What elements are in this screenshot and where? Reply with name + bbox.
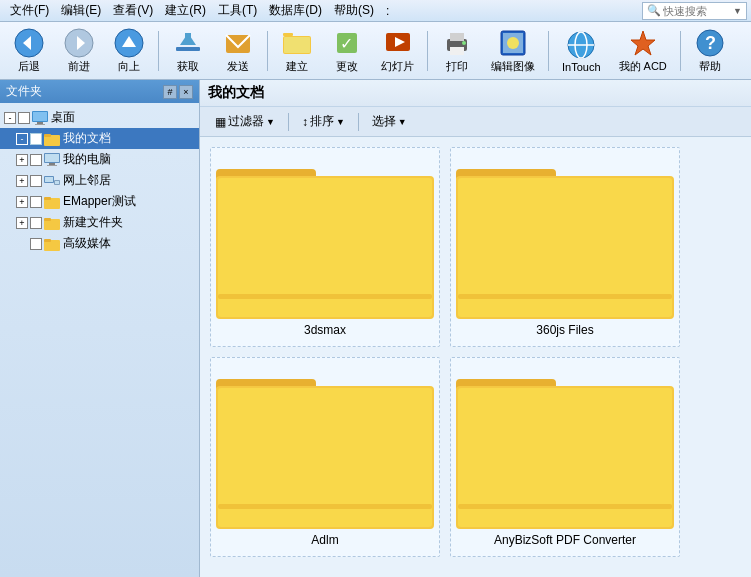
folder-anybizsoft[interactable]: AnyBizSoft PDF Converter [450, 357, 680, 557]
tree-toggle-mydocs[interactable]: - [16, 133, 28, 145]
folder-grid: 3dsmax 360js Files [200, 137, 751, 577]
menu-build[interactable]: 建立(R) [159, 0, 212, 21]
tree-checkbox-emapper[interactable] [30, 196, 42, 208]
filter-button[interactable]: ▦ 过滤器 ▼ [208, 110, 282, 133]
svg-rect-43 [55, 181, 59, 184]
tree-toggle-newfolder[interactable]: + [16, 217, 28, 229]
menu-bar: 文件(F) 编辑(E) 查看(V) 建立(R) 工具(T) 数据库(D) 帮助(… [0, 0, 751, 22]
up-label: 向上 [118, 59, 140, 74]
menu-file[interactable]: 文件(F) [4, 0, 55, 21]
help-label: 帮助 [699, 59, 721, 74]
svg-rect-65 [458, 504, 672, 509]
tree-checkbox-mypc[interactable] [30, 154, 42, 166]
mypc-label: 我的电脑 [63, 151, 111, 168]
svg-rect-39 [47, 165, 57, 166]
svg-point-23 [507, 37, 519, 49]
svg-rect-57 [458, 294, 672, 299]
svg-rect-41 [45, 177, 53, 182]
tree-checkbox-network[interactable] [30, 175, 42, 187]
svg-rect-49 [44, 239, 51, 242]
back-icon [13, 27, 45, 59]
folder-3dsmax[interactable]: 3dsmax [210, 147, 440, 347]
modify-button[interactable]: ✓ 更改 [324, 23, 370, 78]
border-label: 编辑图像 [491, 59, 535, 74]
slideshow-icon [382, 27, 414, 59]
tree-toggle-emapper[interactable]: + [16, 196, 28, 208]
broadband-icon [44, 236, 60, 252]
tree-checkbox-broadband[interactable] [30, 238, 42, 250]
tree-checkbox-desktop[interactable] [18, 112, 30, 124]
sort-dropdown[interactable]: ▼ [336, 117, 345, 127]
sort-label: 排序 [310, 113, 334, 130]
help-button[interactable]: ? 帮助 [687, 23, 733, 78]
menu-db[interactable]: 数据库(D) [263, 0, 328, 21]
build-icon [281, 27, 313, 59]
mydocs-label: 我的文档 [63, 130, 111, 147]
intouch-icon [565, 29, 597, 61]
sidebar-close-button[interactable]: × [179, 85, 193, 99]
sidebar-item-network[interactable]: + 网上邻居 [0, 170, 199, 191]
build-button[interactable]: 建立 [274, 23, 320, 78]
toolbar: 后退 前进 向上 获取 [0, 22, 751, 80]
print-icon [441, 27, 473, 59]
emapper-icon [44, 194, 60, 210]
up-button[interactable]: 向上 [106, 23, 152, 78]
sidebar-pin-button[interactable]: # [163, 85, 177, 99]
sidebar-item-mydocs[interactable]: - 我的文档 [0, 128, 199, 149]
filter-dropdown[interactable]: ▼ [266, 117, 275, 127]
svg-rect-38 [49, 163, 55, 165]
svg-point-20 [462, 41, 466, 45]
menu-help[interactable]: 帮助(S) [328, 0, 380, 21]
back-label: 后退 [18, 59, 40, 74]
send-button[interactable]: 发送 [215, 23, 261, 78]
acd-button[interactable]: 我的 ACD [612, 23, 674, 78]
sidebar-title: 文件夹 [6, 83, 42, 100]
border-button[interactable]: 编辑图像 [484, 23, 542, 78]
sort-button[interactable]: ↕ 排序 ▼ [295, 110, 352, 133]
network-icon [44, 173, 60, 189]
toolbar-sep-3 [427, 31, 428, 71]
broadband-label: 高级媒体 [63, 235, 111, 252]
folder-360js-icon [456, 154, 674, 319]
menu-tools[interactable]: 工具(T) [212, 0, 263, 21]
send-label: 发送 [227, 59, 249, 74]
tree-checkbox-mydocs[interactable] [30, 133, 42, 145]
svg-rect-53 [218, 294, 432, 299]
acd-label: 我的 ACD [619, 59, 667, 74]
svg-text:✓: ✓ [340, 35, 353, 52]
forward-button[interactable]: 前进 [56, 23, 102, 78]
get-button[interactable]: 获取 [165, 23, 211, 78]
menu-more[interactable]: : [380, 2, 395, 20]
search-dropdown-icon[interactable]: ▼ [733, 6, 742, 16]
folder-adlm[interactable]: Adlm [210, 357, 440, 557]
svg-marker-27 [631, 31, 655, 55]
tree-toggle-desktop[interactable]: - [4, 112, 16, 124]
tree-toggle-network[interactable]: + [16, 175, 28, 187]
folder-360js[interactable]: 360js Files [450, 147, 680, 347]
search-box: 🔍 ▼ [642, 2, 747, 20]
select-dropdown[interactable]: ▼ [398, 117, 407, 127]
newfolder-label: 新建文件夹 [63, 214, 123, 231]
content-sep-1 [288, 113, 289, 131]
intouch-label: InTouch [562, 61, 601, 73]
sidebar-item-emapper[interactable]: + EMapper测试 [0, 191, 199, 212]
acd-icon [627, 27, 659, 59]
back-button[interactable]: 后退 [6, 23, 52, 78]
menu-view[interactable]: 查看(V) [107, 0, 159, 21]
content-area: 我的文档 ▦ 过滤器 ▼ ↕ 排序 ▼ 选择 ▼ [200, 80, 751, 577]
modify-icon: ✓ [331, 27, 363, 59]
sidebar-item-mypc[interactable]: + 我的电脑 [0, 149, 199, 170]
content-title-text: 我的文档 [208, 84, 264, 100]
intouch-button[interactable]: InTouch [555, 25, 608, 77]
search-input[interactable] [663, 5, 733, 17]
sidebar-item-desktop[interactable]: - 桌面 [0, 107, 199, 128]
print-button[interactable]: 打印 [434, 23, 480, 78]
tree-checkbox-newfolder[interactable] [30, 217, 42, 229]
desktop-icon [32, 110, 48, 126]
sidebar-item-broadband[interactable]: 高级媒体 [0, 233, 199, 254]
sidebar-item-newfolder[interactable]: + 新建文件夹 [0, 212, 199, 233]
slideshow-button[interactable]: 幻灯片 [374, 23, 421, 78]
menu-edit[interactable]: 编辑(E) [55, 0, 107, 21]
select-button[interactable]: 选择 ▼ [365, 110, 414, 133]
tree-toggle-mypc[interactable]: + [16, 154, 28, 166]
